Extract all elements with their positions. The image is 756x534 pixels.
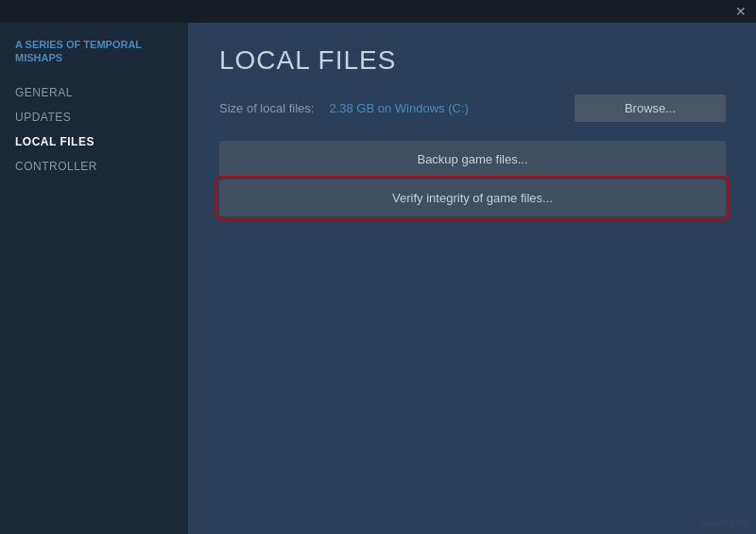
page-title: LOCAL FILES: [219, 45, 726, 76]
file-size-row: Size of local files: 2.38 GB on Windows …: [219, 95, 726, 122]
sidebar-item-controller[interactable]: CONTROLLER: [0, 154, 188, 179]
file-size-label: Size of local files:: [219, 101, 314, 115]
content-area: A SERIES OF TEMPORAL MISHAPS GENERAL UPD…: [0, 23, 756, 534]
browse-button[interactable]: Browse...: [575, 95, 726, 122]
window: ✕ A SERIES OF TEMPORAL MISHAPS GENERAL U…: [0, 0, 756, 534]
sidebar-item-general[interactable]: GENERAL: [0, 80, 188, 105]
title-bar: ✕: [0, 0, 756, 23]
verify-integrity-button[interactable]: Verify integrity of game files...: [219, 180, 726, 216]
close-button[interactable]: ✕: [733, 4, 748, 19]
watermark: wsxdn.com: [701, 518, 748, 528]
action-buttons: Backup game files... Verify integrity of…: [219, 141, 726, 218]
sidebar-item-updates[interactable]: UPDATES: [0, 105, 188, 129]
main-content: LOCAL FILES Size of local files: 2.38 GB…: [189, 23, 756, 534]
game-title[interactable]: A SERIES OF TEMPORAL MISHAPS: [0, 38, 188, 80]
sidebar: A SERIES OF TEMPORAL MISHAPS GENERAL UPD…: [0, 23, 189, 534]
file-size-value: 2.38 GB on Windows (C:): [329, 101, 468, 115]
backup-button[interactable]: Backup game files...: [219, 141, 726, 178]
sidebar-item-local-files[interactable]: LOCAL FILES: [0, 129, 188, 154]
